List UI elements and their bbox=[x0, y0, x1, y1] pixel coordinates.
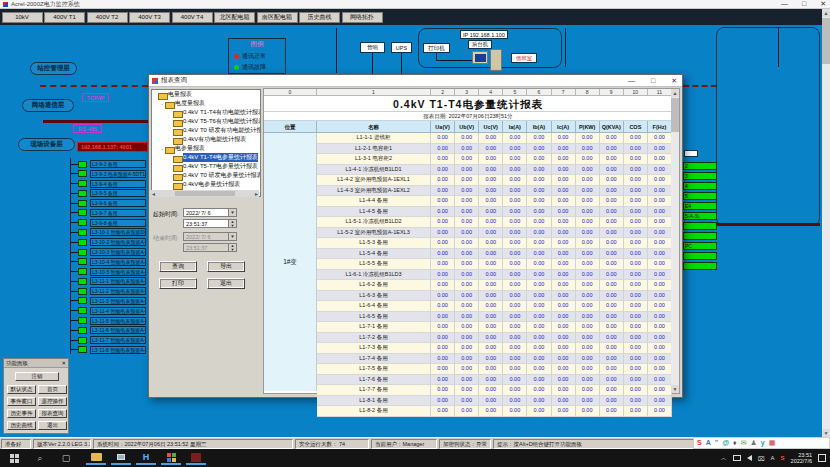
scroll-up-arrow[interactable]: ▲ bbox=[822, 9, 830, 17]
ime-toolbar-icon[interactable]: ♦ bbox=[733, 438, 737, 448]
keyboard-ime-icon[interactable]: ⌧ bbox=[758, 455, 765, 462]
taskbar-clock[interactable]: 23:51 2022/7/6 bbox=[791, 452, 812, 464]
scrollbar-thumb[interactable] bbox=[822, 18, 830, 64]
value-cell: 0.00 bbox=[552, 270, 576, 281]
action-center-icon[interactable] bbox=[818, 454, 826, 462]
exit-button[interactable]: 退出 bbox=[207, 278, 245, 289]
value-cell: 0.00 bbox=[624, 228, 648, 239]
screen-tab[interactable]: 南区配电箱 bbox=[257, 12, 298, 23]
spinner-arrows-icon[interactable]: ▲▼ bbox=[228, 220, 236, 227]
value-cell: 0.00 bbox=[431, 333, 455, 344]
sogou-tray-icon[interactable]: S bbox=[781, 455, 785, 461]
value-cell: 0.00 bbox=[600, 406, 624, 417]
screen-tab[interactable]: 400V T4 bbox=[172, 12, 213, 23]
left-device-list: L3-9-2 备用 L3-9-3 电表预留A-5DT1 L3-9-4 备用 L3… bbox=[70, 160, 148, 354]
value-cell: 0.00 bbox=[624, 385, 648, 396]
value-cell: 0.00 bbox=[624, 333, 648, 344]
gateway-ip-label: 192.168.1.137: 4001 bbox=[77, 142, 148, 152]
history-curve-button[interactable]: 历史曲线 bbox=[7, 421, 36, 430]
app-icon-gray[interactable] bbox=[111, 451, 131, 465]
screen-tab[interactable]: 历史曲线 bbox=[299, 12, 340, 23]
scroll-down-arrow[interactable]: ▼ bbox=[822, 429, 830, 437]
task-view-icon[interactable]: ▢ bbox=[56, 451, 76, 465]
tree-horizontal-scrollbar[interactable]: ◄ ► bbox=[151, 190, 259, 197]
report-tree-item[interactable]: 0.4kV T1-T4有功电能统计报表 bbox=[152, 108, 260, 117]
screen-tab[interactable]: 10kV bbox=[2, 12, 43, 23]
comm-status-indicator bbox=[78, 209, 87, 216]
scrollbar-thumb[interactable] bbox=[671, 98, 679, 132]
start-time-spinner[interactable]: 23:51:37 ▲▼ bbox=[183, 219, 237, 228]
folder-icon bbox=[173, 119, 181, 125]
network-status-icon[interactable] bbox=[733, 455, 741, 461]
window-maximize-button[interactable]: □ bbox=[802, 0, 806, 8]
function-panel-close-icon[interactable]: ✕ bbox=[61, 360, 66, 366]
screen-tab[interactable]: 北区配电箱 bbox=[214, 12, 255, 23]
hidden-icons-chevron[interactable]: ︿ bbox=[721, 454, 727, 463]
start-date-combo[interactable]: 2022/ 7/ 6 ▼ bbox=[183, 208, 237, 217]
report-tree-item[interactable]: 0.4kV T5-T7电参量统计报表 bbox=[152, 162, 260, 171]
report-tree-item[interactable]: 0.4kV T0 研发电参量统计报表 bbox=[152, 171, 260, 180]
report-tree-item[interactable]: 0.4kV T5-T6有功电能统计报表 bbox=[152, 117, 260, 126]
logout-button[interactable]: 注销 bbox=[15, 372, 59, 381]
start-button[interactable] bbox=[4, 451, 24, 465]
screen-tab[interactable]: 400V T3 bbox=[129, 12, 170, 23]
remote-control-button[interactable]: 遥控操作 bbox=[38, 397, 67, 406]
ime-toolbar-icon[interactable]: ▦ bbox=[769, 438, 776, 448]
scroll-up-arrow[interactable]: ▲ bbox=[671, 89, 679, 97]
ime-toolbar-icon[interactable]: A bbox=[706, 438, 711, 448]
screen-tab[interactable]: 400V T2 bbox=[87, 12, 128, 23]
window-minimize-button[interactable]: — bbox=[781, 0, 788, 8]
value-cell: 0.00 bbox=[431, 144, 455, 155]
query-button[interactable]: 查询 bbox=[159, 261, 197, 272]
dialog-maximize-button[interactable]: □ bbox=[651, 77, 655, 85]
print-button[interactable]: 打印 bbox=[159, 278, 197, 289]
main-scrollbar[interactable]: ▲ ▼ bbox=[822, 9, 830, 437]
ime-toolbar-icon[interactable]: ” bbox=[715, 438, 719, 448]
ime-toolbar-icon[interactable]: ✉ bbox=[741, 438, 747, 448]
app-icon-grid[interactable] bbox=[161, 451, 181, 465]
home-button[interactable]: 首页 bbox=[38, 385, 67, 394]
device-label: L3-9-7 备用 bbox=[90, 209, 146, 217]
app-icon-red[interactable] bbox=[186, 451, 206, 465]
report-tree-item[interactable]: 0.4kV T0 研发有功电能统计报表 bbox=[152, 126, 260, 135]
scroll-right-arrow[interactable]: ► bbox=[254, 191, 259, 197]
right-device-list: 2345E45-A-3LPC bbox=[683, 162, 717, 270]
default-state-button[interactable]: 默认状态 bbox=[7, 385, 36, 394]
screen-tab[interactable]: 网络拓扑 bbox=[342, 12, 383, 23]
report-query-button[interactable]: 报表查询 bbox=[38, 409, 67, 418]
search-icon[interactable]: ⌕ bbox=[30, 451, 50, 465]
scrollbar-thumb[interactable] bbox=[175, 191, 235, 196]
report-tree-item[interactable]: 0.4kV电参量统计报表 bbox=[152, 180, 260, 189]
ime-language-indicator[interactable]: A bbox=[771, 455, 775, 461]
end-time-label: 结束时间: bbox=[153, 234, 179, 243]
screen-tab[interactable]: 400V T1 bbox=[44, 12, 85, 23]
exit-panel-button[interactable]: 退出 bbox=[38, 421, 67, 430]
report-tree-item[interactable]: - 电度量报表 bbox=[152, 99, 260, 108]
ime-toolbar-icon[interactable]: @ bbox=[722, 438, 729, 448]
scroll-down-arrow[interactable]: ▼ bbox=[671, 385, 679, 393]
connector-line bbox=[70, 232, 78, 233]
report-vertical-scrollbar[interactable]: ▲ ▼ bbox=[671, 89, 679, 393]
report-body: 1#变 L1-1-1 进线柜 0.000.000.000.000.000.000… bbox=[264, 133, 672, 391]
dialog-close-button[interactable]: ✕ bbox=[671, 77, 677, 85]
function-panel: 功能面板 ✕ 注销 默认状态 首页 事件窗口 遥控操作 历史事件 报表查询 历史… bbox=[3, 358, 69, 434]
export-button[interactable]: 导出 bbox=[207, 261, 245, 272]
report-tree-item[interactable]: - 电参量报表 bbox=[152, 144, 260, 153]
window-close-button[interactable]: ✕ bbox=[820, 0, 826, 8]
file-explorer-icon[interactable] bbox=[86, 451, 106, 465]
event-window-button[interactable]: 事件窗口 bbox=[7, 397, 36, 406]
app-icon-h[interactable]: H bbox=[136, 451, 156, 465]
dialog-minimize-button[interactable]: — bbox=[628, 77, 635, 85]
ime-toolbar-icon[interactable]: ♟ bbox=[751, 438, 757, 448]
ime-toolbar-icon[interactable]: y bbox=[761, 438, 765, 448]
history-events-button[interactable]: 历史事件 bbox=[7, 409, 36, 418]
value-cell: 0.00 bbox=[552, 154, 576, 165]
scroll-left-arrow[interactable]: ◄ bbox=[151, 191, 156, 197]
report-tree-item[interactable]: 0.4kV T1-T4电参量统计报表 bbox=[152, 153, 260, 162]
chevron-down-icon[interactable]: ▼ bbox=[228, 209, 236, 216]
value-cell: 0.00 bbox=[576, 196, 600, 207]
report-tree-item[interactable]: 0.4kV有功电能统计报表 bbox=[152, 135, 260, 144]
ime-toolbar-icon[interactable]: S bbox=[697, 438, 702, 448]
volume-icon[interactable] bbox=[747, 455, 752, 461]
report-tree-item[interactable]: 电量报表 bbox=[152, 90, 260, 99]
